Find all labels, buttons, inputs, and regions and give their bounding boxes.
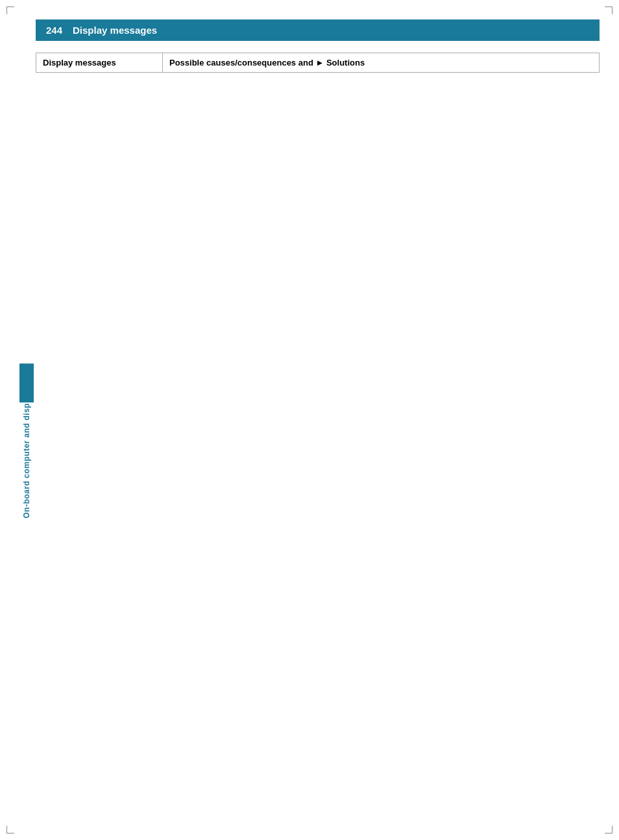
corner-tr (605, 6, 613, 14)
col1-header: Display messages (36, 53, 163, 73)
corner-tl (6, 6, 14, 14)
col2-header: Possible causes/consequences and ► Solut… (163, 53, 600, 73)
header-bar: 244 Display messages (36, 19, 600, 41)
messages-table: Display messages Possible causes/consequ… (36, 53, 600, 73)
side-tab-bar (19, 364, 34, 402)
page-number: 244 (46, 25, 62, 36)
corner-br (605, 826, 613, 834)
side-tab: On-board computer and displays (19, 130, 34, 775)
page-title: Display messages (73, 25, 157, 36)
main-content: Display messages Possible causes/consequ… (36, 53, 600, 73)
corner-bl (6, 826, 14, 834)
side-tab-label: On-board computer and displays (22, 386, 31, 518)
